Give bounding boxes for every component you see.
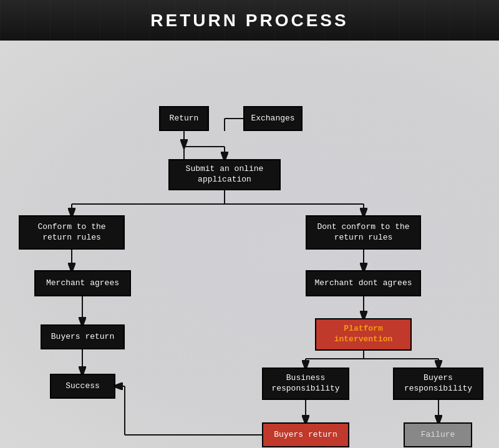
box-exchanges: Exchanges — [243, 106, 303, 131]
box-buyers-return-left: Buyers return — [41, 324, 125, 349]
box-business-responsibility: Business responsibility — [262, 368, 349, 400]
page-title: RETURN PROCESS — [150, 11, 348, 31]
box-not-conform: Dont conform to the return rules — [306, 215, 421, 250]
header: RETURN PROCESS — [0, 0, 499, 41]
box-buyers-responsibility: Buyers responsibility — [393, 368, 483, 400]
box-buyers-return-red: Buyers return — [262, 422, 349, 447]
box-submit: Submit an online application — [168, 159, 281, 190]
box-conform: Conform to the return rules — [19, 215, 125, 250]
box-platform-intervention: Platform intervention — [315, 318, 412, 351]
box-merchant-dont: Merchant dont agrees — [306, 270, 421, 296]
main-content: Return Exchanges Submit an online applic… — [0, 41, 499, 448]
box-success: Success — [50, 374, 115, 399]
box-return: Return — [159, 106, 209, 131]
box-failure: Failure — [404, 422, 472, 447]
box-merchant-agrees: Merchant agrees — [34, 270, 131, 296]
